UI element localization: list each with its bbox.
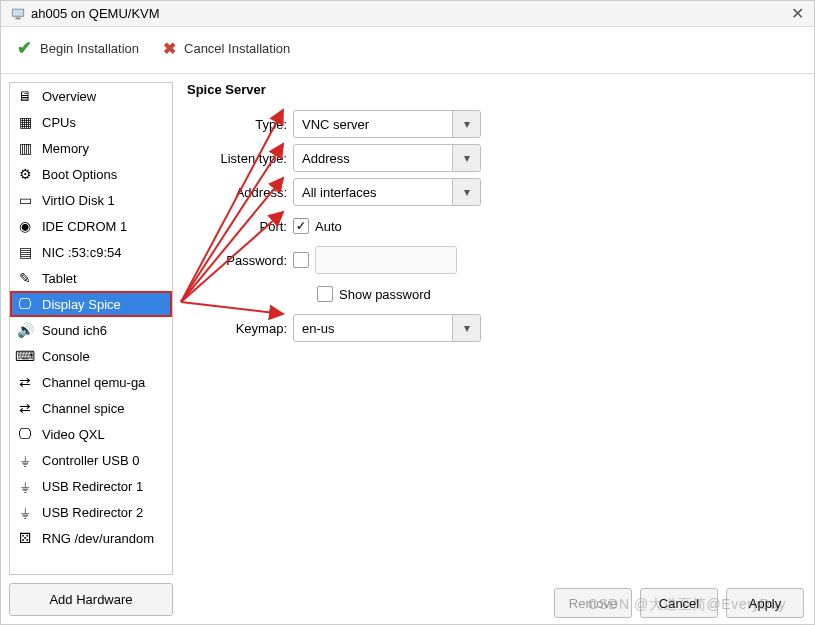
sidebar-item-console[interactable]: Console	[10, 343, 172, 369]
nic-icon	[16, 243, 34, 261]
content-area: Overview CPUs Memory Boot Options VirtIO…	[1, 74, 814, 624]
monitor-icon	[16, 87, 34, 105]
window-close-button[interactable]: ✕	[791, 4, 804, 23]
sidebar-item-tablet[interactable]: Tablet	[10, 265, 172, 291]
sidebar-item-label: Channel spice	[42, 401, 124, 416]
sidebar-item-video-qxl[interactable]: Video QXL	[10, 421, 172, 447]
type-label: Type:	[187, 117, 293, 132]
port-auto-label: Auto	[315, 219, 342, 234]
cancel-button[interactable]: Cancel	[640, 588, 718, 618]
sidebar-item-channel-qemu-ga[interactable]: Channel qemu-ga	[10, 369, 172, 395]
sidebar-item-label: Tablet	[42, 271, 77, 286]
sidebar-item-ide-cdrom[interactable]: IDE CDROM 1	[10, 213, 172, 239]
chevron-down-icon[interactable]	[452, 145, 480, 171]
memory-icon	[16, 139, 34, 157]
sidebar-item-label: Memory	[42, 141, 89, 156]
sidebar: Overview CPUs Memory Boot Options VirtIO…	[1, 74, 179, 624]
panel-title: Spice Server	[187, 82, 804, 97]
sidebar-item-nic[interactable]: NIC :53:c9:54	[10, 239, 172, 265]
cancel-icon: ✖	[163, 39, 176, 58]
sidebar-item-rng[interactable]: RNG /dev/urandom	[10, 525, 172, 551]
begin-installation-button[interactable]: ✔ Begin Installation	[17, 37, 139, 59]
port-auto-checkbox[interactable]	[293, 218, 309, 234]
rng-icon	[16, 529, 34, 547]
password-input[interactable]	[315, 246, 457, 274]
begin-installation-label: Begin Installation	[40, 41, 139, 56]
add-hardware-button[interactable]: Add Hardware	[9, 583, 173, 616]
sidebar-item-usb-redirector-2[interactable]: USB Redirector 2	[10, 499, 172, 525]
usb-icon	[16, 477, 34, 495]
sidebar-item-memory[interactable]: Memory	[10, 135, 172, 161]
sidebar-item-label: VirtIO Disk 1	[42, 193, 115, 208]
svg-rect-2	[15, 17, 20, 19]
port-label: Port:	[187, 219, 293, 234]
chevron-down-icon[interactable]	[452, 179, 480, 205]
password-label: Password:	[187, 253, 293, 268]
console-icon	[16, 347, 34, 365]
sidebar-item-label: RNG /dev/urandom	[42, 531, 154, 546]
sidebar-item-label: Boot Options	[42, 167, 117, 182]
keymap-select[interactable]: en-us	[293, 314, 481, 342]
device-list: Overview CPUs Memory Boot Options VirtIO…	[9, 82, 173, 575]
sidebar-item-label: Console	[42, 349, 90, 364]
chevron-down-icon[interactable]	[452, 315, 480, 341]
sidebar-item-sound[interactable]: Sound ich6	[10, 317, 172, 343]
disk-icon	[16, 191, 34, 209]
sidebar-item-label: NIC :53:c9:54	[42, 245, 122, 260]
sidebar-item-usb-redirector-1[interactable]: USB Redirector 1	[10, 473, 172, 499]
vm-icon	[11, 7, 25, 21]
sidebar-item-channel-spice[interactable]: Channel spice	[10, 395, 172, 421]
sidebar-item-label: Overview	[42, 89, 96, 104]
details-panel: Spice Server Type: VNC server Listen typ…	[179, 74, 814, 624]
cdrom-icon	[16, 217, 34, 235]
channel-icon	[16, 373, 34, 391]
sidebar-item-virtio-disk[interactable]: VirtIO Disk 1	[10, 187, 172, 213]
sidebar-item-label: CPUs	[42, 115, 76, 130]
sidebar-item-controller-usb[interactable]: Controller USB 0	[10, 447, 172, 473]
listen-type-value: Address	[294, 151, 452, 166]
sidebar-item-boot-options[interactable]: Boot Options	[10, 161, 172, 187]
video-icon	[16, 425, 34, 443]
window-title: ah005 on QEMU/KVM	[31, 6, 160, 21]
footer-buttons: Remove Cancel Apply	[554, 588, 804, 618]
sound-icon	[16, 321, 34, 339]
type-select[interactable]: VNC server	[293, 110, 481, 138]
sidebar-item-label: Video QXL	[42, 427, 105, 442]
sidebar-item-label: Display Spice	[42, 297, 121, 312]
address-select[interactable]: All interfaces	[293, 178, 481, 206]
listen-type-select[interactable]: Address	[293, 144, 481, 172]
sidebar-item-label: USB Redirector 1	[42, 479, 143, 494]
svg-rect-1	[13, 9, 24, 15]
sidebar-item-cpus[interactable]: CPUs	[10, 109, 172, 135]
listen-type-label: Listen type:	[187, 151, 293, 166]
remove-button[interactable]: Remove	[554, 588, 632, 618]
password-checkbox[interactable]	[293, 252, 309, 268]
usb-icon	[16, 503, 34, 521]
keymap-value: en-us	[294, 321, 452, 336]
chevron-down-icon[interactable]	[452, 111, 480, 137]
boot-icon	[16, 165, 34, 183]
cancel-installation-button[interactable]: ✖ Cancel Installation	[163, 39, 290, 58]
display-icon	[16, 295, 34, 313]
show-password-checkbox[interactable]	[317, 286, 333, 302]
usb-controller-icon	[16, 451, 34, 469]
tablet-icon	[16, 269, 34, 287]
address-label: Address:	[187, 185, 293, 200]
check-icon: ✔	[17, 37, 32, 59]
sidebar-item-label: Channel qemu-ga	[42, 375, 145, 390]
titlebar: ah005 on QEMU/KVM ✕	[1, 1, 814, 27]
toolbar: ✔ Begin Installation ✖ Cancel Installati…	[1, 27, 814, 74]
apply-button[interactable]: Apply	[726, 588, 804, 618]
cancel-installation-label: Cancel Installation	[184, 41, 290, 56]
sidebar-item-display-spice[interactable]: Display Spice	[10, 291, 172, 317]
sidebar-item-label: USB Redirector 2	[42, 505, 143, 520]
address-value: All interfaces	[294, 185, 452, 200]
sidebar-item-label: IDE CDROM 1	[42, 219, 127, 234]
channel-icon	[16, 399, 34, 417]
sidebar-item-overview[interactable]: Overview	[10, 83, 172, 109]
sidebar-item-label: Sound ich6	[42, 323, 107, 338]
keymap-label: Keymap:	[187, 321, 293, 336]
sidebar-item-label: Controller USB 0	[42, 453, 140, 468]
cpu-icon	[16, 113, 34, 131]
show-password-label: Show password	[339, 287, 431, 302]
